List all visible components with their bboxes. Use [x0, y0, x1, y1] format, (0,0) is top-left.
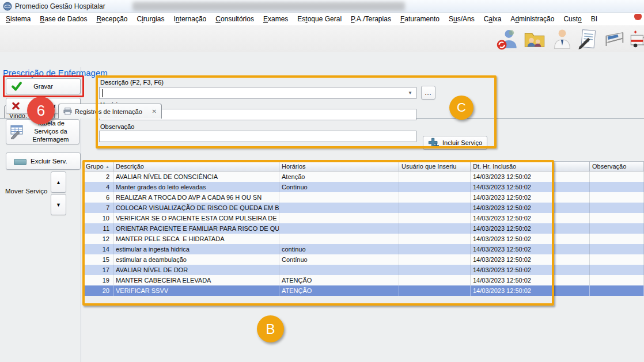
- mover-servico-label: Mover Serviço: [5, 188, 50, 195]
- menu-item-estoque-geral[interactable]: Estoque Geral: [293, 13, 346, 25]
- ambulance-icon[interactable]: [629, 28, 644, 51]
- move-down-button[interactable]: ▼: [51, 194, 66, 215]
- cell: [590, 244, 644, 254]
- red-x-icon: [12, 102, 20, 110]
- window-title: Promedico Gestão Hospitalar: [15, 2, 105, 10]
- column-header-observa-o[interactable]: Observação: [590, 162, 644, 171]
- annotation-badge-6: 6: [27, 97, 55, 124]
- menu-item-recep-o[interactable]: Recepção: [92, 13, 132, 25]
- menu-item-custo[interactable]: Custo: [559, 13, 586, 25]
- title-bar: Promedico Gestão Hospitalar: [0, 0, 644, 13]
- arrow-down-icon: ▼: [56, 202, 61, 208]
- service-table-icon: [10, 124, 24, 139]
- menu-item-exames[interactable]: Exames: [259, 13, 293, 25]
- menu-item-p-a-terapias[interactable]: P.A./Terapias: [346, 13, 396, 25]
- arrow-up-icon: ▲: [56, 180, 61, 185]
- menu-item-bi[interactable]: BI: [586, 13, 602, 25]
- cell: [590, 203, 644, 213]
- redacted-title-text: [132, 2, 405, 11]
- hospital-bed-icon[interactable]: [604, 28, 627, 51]
- menu-item-base-de-dados[interactable]: Base de Dados: [35, 13, 92, 25]
- menu-item-caixa[interactable]: Caixa: [479, 13, 506, 25]
- excluir-label: Excluir Serv.: [31, 158, 67, 165]
- app-logo-icon: [3, 2, 12, 11]
- patients-folder-icon[interactable]: [523, 28, 546, 51]
- menu-item-sus-ans[interactable]: Sus/Ans: [444, 13, 479, 25]
- doctor-icon[interactable]: [551, 28, 574, 51]
- move-up-button[interactable]: ▲: [51, 172, 66, 193]
- sync-user-icon[interactable]: [495, 28, 518, 51]
- menu-item-administra-o[interactable]: Administração: [506, 13, 559, 25]
- menu-item-sistema[interactable]: Sistema: [1, 13, 35, 25]
- toolbar: [0, 25, 644, 52]
- excluir-servico-button[interactable]: Excluir Serv.: [6, 153, 81, 170]
- cropped-red-icon: [634, 14, 642, 20]
- menu-item-faturamento[interactable]: Faturamento: [396, 13, 444, 25]
- printer-icon: [63, 108, 72, 115]
- cell: [590, 213, 644, 223]
- cell: [590, 223, 644, 234]
- cell: [590, 254, 644, 265]
- cell: [590, 172, 644, 182]
- teal-swatch-icon: [14, 159, 26, 165]
- menu-item-cirurgias[interactable]: Cirurgias: [132, 13, 169, 25]
- cell: [590, 275, 644, 285]
- tabela-servicos-label: Tabela de Serviços da Enfermagem: [25, 120, 77, 143]
- cell: [590, 265, 644, 275]
- cell: [590, 234, 644, 244]
- cell: [590, 192, 644, 203]
- annotation-badge-c: C: [449, 96, 473, 120]
- cell: [590, 285, 644, 296]
- menu-item-consult-rios[interactable]: Consultórios: [211, 13, 259, 25]
- menu-bar: SistemaBase de DadosRecepçãoCirurgiasInt…: [0, 13, 644, 25]
- annotation-box-c: [96, 75, 497, 148]
- annotation-red-rectangle: [3, 75, 84, 97]
- cell: [590, 182, 644, 192]
- prescription-icon[interactable]: [576, 28, 599, 51]
- annotation-box-b: [82, 160, 554, 306]
- menu-item-interna-o[interactable]: Internação: [169, 13, 211, 25]
- tab-strip: Bem Vindo. ✕ Registros de Internação ✕: [0, 52, 644, 67]
- annotation-badge-b: B: [257, 315, 284, 342]
